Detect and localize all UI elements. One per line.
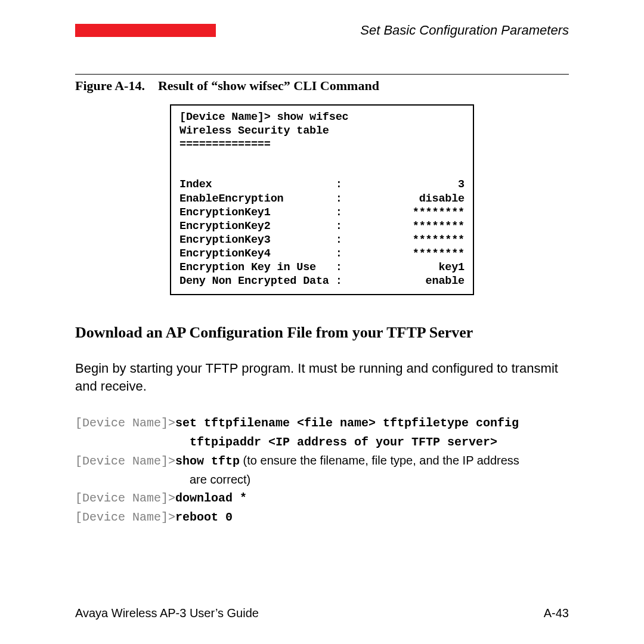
cli-row: EncryptionKey2 :******** — [179, 219, 465, 233]
cli-line: [Device Name]> show wifsec — [179, 110, 465, 124]
cli-command: tftpipaddr <IP address of your TFTP serv… — [190, 435, 497, 449]
figure-label: Figure A-14. — [75, 78, 145, 93]
cli-value: 3 — [458, 178, 465, 191]
cli-explanation: are correct) — [190, 473, 250, 486]
cli-value: ******** — [413, 219, 465, 233]
cli-prompt: [Device Name]> — [75, 491, 175, 505]
cli-row: Encryption Key in Use :key1 — [179, 261, 465, 274]
page-footer: Avaya Wireless AP-3 User’s Guide A-43 — [75, 606, 569, 620]
footer-left: Avaya Wireless AP-3 User’s Guide — [75, 606, 259, 620]
cli-command: reboot 0 — [175, 510, 233, 524]
cli-line: ============== — [179, 138, 465, 151]
brand-accent-bar — [75, 24, 216, 37]
cli-value: enable — [426, 274, 465, 288]
body-paragraph: Begin by starting your TFTP program. It … — [75, 360, 569, 395]
cli-key: EncryptionKey4 : — [179, 247, 342, 261]
cli-row: Deny Non Encrypted Data :enable — [179, 274, 465, 288]
cli-key: EncryptionKey2 : — [179, 219, 342, 233]
cli-key: Encryption Key in Use : — [179, 261, 342, 274]
cli-prompt: [Device Name]> — [75, 416, 175, 430]
cli-row: EncryptionKey4 :******** — [179, 247, 465, 261]
footer-right: A-43 — [544, 606, 569, 620]
cli-explanation: (to ensure the filename, file type, and … — [240, 454, 519, 467]
cli-output-box: [Device Name]> show wifsec Wireless Secu… — [170, 104, 474, 295]
cli-value: key1 — [438, 261, 465, 274]
cli-row: EnableEncryption :disable — [179, 192, 465, 206]
figure-caption: Figure A-14. Result of “show wifsec” CLI… — [75, 78, 569, 94]
figure-title: Result of “show wifsec” CLI Command — [158, 78, 379, 93]
cli-key: Index : — [179, 178, 342, 191]
cli-prompt: [Device Name]> — [75, 510, 175, 524]
cli-row: EncryptionKey3 :******** — [179, 233, 465, 247]
cli-blank — [179, 151, 465, 165]
cli-prompt: [Device Name]> — [75, 454, 175, 468]
cli-value: ******** — [413, 206, 465, 219]
cli-row: EncryptionKey1 :******** — [179, 206, 465, 219]
section-title: Set Basic Configuration Parameters — [360, 23, 569, 38]
cli-value: ******** — [413, 233, 465, 247]
cli-key: EncryptionKey1 : — [179, 206, 342, 219]
cli-key: EnableEncryption : — [179, 192, 342, 206]
cli-value: disable — [419, 192, 465, 206]
cli-command: set tftpfilename <file name> tftpfiletyp… — [175, 416, 519, 430]
section-heading: Download an AP Configuration File from y… — [75, 324, 569, 342]
cli-table: Index :3EnableEncryption :disableEncrypt… — [179, 178, 465, 288]
cli-value: ******** — [413, 247, 465, 261]
cli-blank — [179, 165, 465, 178]
cli-command: download * — [175, 491, 247, 505]
figure-rule — [75, 74, 569, 75]
cli-line: Wireless Security table — [179, 124, 465, 138]
cli-key: Deny Non Encrypted Data : — [179, 274, 342, 288]
cli-command: show tftp — [175, 454, 240, 468]
page-header: Set Basic Configuration Parameters — [75, 23, 569, 38]
cli-row: Index :3 — [179, 178, 465, 191]
cli-key: EncryptionKey3 : — [179, 233, 342, 247]
command-listing: [Device Name]>set tftpfilename <file nam… — [75, 413, 569, 527]
